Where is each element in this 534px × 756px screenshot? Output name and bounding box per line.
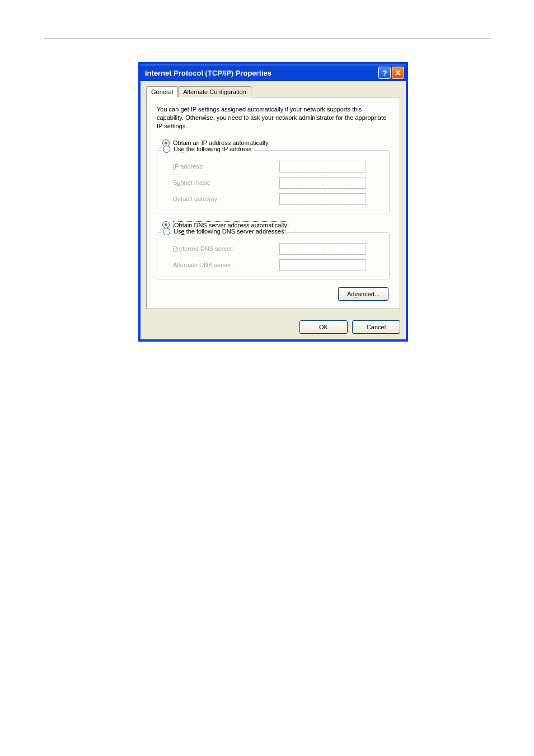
input-alternate-dns[interactable]: ... [279,259,366,271]
radio-label: Use the following DNS server addresses: [174,228,286,235]
label-preferred-dns: Preferred DNS server: [173,245,279,252]
row-preferred-dns: Preferred DNS server: ... [173,243,381,255]
radio-use-dns[interactable]: Use the following DNS server addresses: [162,228,287,235]
radio-use-ip[interactable]: Use the following IP address: [162,146,254,153]
label-ip-address: IP address: [173,163,279,170]
advanced-row: Advanced... [157,287,390,301]
ok-button[interactable]: OK [299,320,348,334]
input-default-gateway[interactable]: ... [279,193,366,205]
tabstrip: General Alternate Configuration [146,86,400,97]
close-icon [395,70,401,76]
dialog-body: General Alternate Configuration You can … [140,81,406,315]
label-alternate-dns: Alternate DNS server: [173,262,279,268]
label-default-gateway: Default gateway: [173,195,279,202]
input-subnet-mask[interactable]: ... [279,177,366,189]
radio-icon [163,228,170,235]
row-subnet-mask: Subnet mask: ... [173,177,381,189]
row-alternate-dns: Alternate DNS server: ... [173,259,381,271]
close-button[interactable] [392,67,404,79]
tab-alternate-configuration[interactable]: Alternate Configuration [178,86,251,97]
dialog-footer: OK Cancel [140,315,406,339]
row-default-gateway: Default gateway: ... [173,193,381,205]
titlebar[interactable]: Internet Protocol (TCP/IP) Properties ? [140,64,406,81]
intro-text: You can get IP settings assigned automat… [157,105,390,130]
label-subnet-mask: Subnet mask: [173,179,279,186]
help-button[interactable]: ? [378,67,391,79]
window-title: Internet Protocol (TCP/IP) Properties [145,69,377,77]
tab-panel-general: You can get IP settings assigned automat… [146,97,400,309]
page-divider [44,38,490,39]
cancel-button[interactable]: Cancel [352,320,400,334]
tcpip-properties-dialog: Internet Protocol (TCP/IP) Properties ? … [139,63,407,341]
row-ip-address: IP address: ... [173,161,381,172]
input-preferred-dns[interactable]: ... [279,243,366,255]
ip-address-group: Use the following IP address: IP address… [157,150,390,213]
radio-icon [163,146,170,153]
tab-general[interactable]: General [146,86,178,97]
advanced-button[interactable]: Advanced... [338,287,388,301]
dns-group: Use the following DNS server addresses: … [157,232,390,279]
radio-label: Use the following IP address: [174,146,253,152]
input-ip-address[interactable]: ... [279,161,366,172]
help-icon: ? [382,68,387,78]
